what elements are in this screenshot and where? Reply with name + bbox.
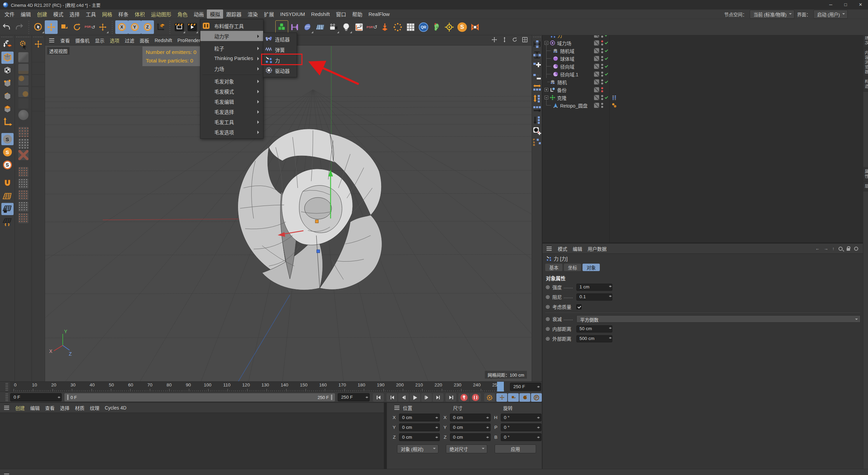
render-picture-viewer-button[interactable] xyxy=(186,20,199,34)
menu-item[interactable]: Redshift xyxy=(308,10,333,18)
spinner-arrows[interactable] xyxy=(58,395,60,400)
visibility-dots[interactable] xyxy=(601,56,603,61)
mograph-cache-tag-icon[interactable] xyxy=(611,95,617,100)
character-icon[interactable] xyxy=(430,20,443,34)
viewport-menu-item[interactable]: 查看 xyxy=(58,36,73,44)
menu-item-hair-select[interactable]: 毛发选择 xyxy=(200,107,263,117)
key-rotation-filter-button[interactable] xyxy=(519,393,530,402)
menu-icon[interactable] xyxy=(394,406,399,406)
qr-icon[interactable]: QR xyxy=(417,20,430,34)
enable-snap-button[interactable]: S xyxy=(1,133,14,145)
spinner-arrows[interactable] xyxy=(609,294,612,299)
material-menu-item[interactable]: 选择 xyxy=(57,404,72,412)
drag-handle[interactable] xyxy=(5,383,8,391)
array-grid-icon[interactable] xyxy=(404,20,417,34)
zoom-view-icon[interactable] xyxy=(501,36,508,43)
tab-attributes-vertical[interactable]: 属性 xyxy=(863,167,868,182)
size-x-input[interactable]: 0 cm xyxy=(450,414,491,421)
inner-distance-input[interactable]: 50 cm xyxy=(576,325,612,332)
tp-spread-h-icon[interactable] xyxy=(533,83,541,92)
enabled-check-icon[interactable] xyxy=(605,80,608,83)
menu-item-hair-tools[interactable]: 毛发工具 xyxy=(200,117,263,127)
am-menu-item[interactable]: 模式 xyxy=(555,245,570,253)
material-menu-item[interactable]: 编辑 xyxy=(27,404,42,412)
viewport-menu-item[interactable]: 选项 xyxy=(107,36,122,44)
camera-icon[interactable] xyxy=(327,20,340,34)
menu-item-hair-edit[interactable]: 毛发编辑 xyxy=(200,96,263,107)
menu-item-particles[interactable]: 粒子 xyxy=(200,43,263,53)
workplane-icon[interactable] xyxy=(1,190,14,202)
menu-item[interactable]: 选择 xyxy=(66,10,83,19)
workplane-mode-icon[interactable] xyxy=(1,216,14,228)
axis-mode-button[interactable] xyxy=(1,116,14,128)
tab-basic[interactable]: 基本 xyxy=(545,264,563,271)
lock-workplane-icon[interactable] xyxy=(1,203,14,215)
timeline-ruler[interactable]: 0102030405060708090100110120130140150160… xyxy=(0,381,542,392)
palette-slot-icon[interactable] xyxy=(18,98,28,109)
menu-item-hair-options[interactable]: 毛发选项 xyxy=(200,127,263,137)
tp-distribute-h-icon[interactable] xyxy=(533,51,541,59)
palette-slot-icon[interactable] xyxy=(18,178,28,189)
tp-distribute-v-icon[interactable] xyxy=(533,40,541,49)
keying-settings-button[interactable] xyxy=(484,393,495,402)
tab-object[interactable]: 对象 xyxy=(583,264,600,271)
playhead-marker[interactable] xyxy=(497,382,504,392)
rotate-view-icon[interactable] xyxy=(511,36,518,43)
magnet-icon[interactable] xyxy=(1,177,14,189)
prev-key-button[interactable] xyxy=(387,393,397,402)
submenu-item-connector[interactable]: 连结器 xyxy=(263,34,297,44)
lock-icon[interactable] xyxy=(847,248,850,251)
parent-up-icon[interactable]: ↑ xyxy=(832,246,835,251)
menu-item-thinking-particles[interactable]: Thinking Particles xyxy=(200,53,263,63)
position-mode-dropdown[interactable]: 对象 (相对) xyxy=(397,444,438,453)
close-button[interactable]: ✕ xyxy=(853,0,868,10)
layer-chip[interactable] xyxy=(594,56,599,61)
rot-b-input[interactable]: 0 ° xyxy=(501,433,541,441)
pan-view-icon[interactable] xyxy=(491,36,498,43)
spinner-arrows[interactable] xyxy=(366,395,368,400)
visibility-dots[interactable] xyxy=(601,40,603,45)
edges-mode-button[interactable] xyxy=(1,90,14,102)
prev-frame-button[interactable] xyxy=(398,393,409,402)
y-axis-lock-button[interactable]: Y xyxy=(128,20,141,34)
menu-item-force-fields[interactable]: 力场 xyxy=(200,63,263,74)
consider-mass-checkbox[interactable] xyxy=(576,304,581,309)
key-position-filter-button[interactable] xyxy=(496,393,507,402)
floor-icon[interactable] xyxy=(314,20,327,34)
rot-p-input[interactable]: 0 ° xyxy=(501,423,541,431)
panel-splitter[interactable] xyxy=(384,402,387,469)
key-scale-filter-button[interactable] xyxy=(508,393,519,402)
move-tool-button[interactable] xyxy=(45,20,58,34)
next-frame-button[interactable] xyxy=(421,393,432,402)
tp-spread-v-icon[interactable] xyxy=(533,94,541,103)
pos-z-input[interactable]: 0 cm xyxy=(399,433,440,441)
viewport-canvas[interactable]: Y X Z 透视视图 Number of emitters: 0 Total l… xyxy=(45,45,532,381)
enabled-check-icon[interactable] xyxy=(605,49,608,52)
tp-psr-icon[interactable]: PSR xyxy=(533,137,541,146)
field-ring-icon[interactable] xyxy=(391,20,404,34)
layer-chip[interactable] xyxy=(594,72,599,77)
menu-item[interactable]: 模拟 xyxy=(207,10,223,19)
menu-icon[interactable] xyxy=(49,38,54,39)
viewport-menu-item[interactable]: 摄像机 xyxy=(73,36,92,44)
play-button[interactable] xyxy=(410,393,420,402)
preview-range-slider[interactable]: 0 F 250 F xyxy=(64,393,335,401)
rot-h-input[interactable]: 0 ° xyxy=(501,414,541,421)
sketch-icon[interactable]: S xyxy=(456,20,469,34)
goto-end-button[interactable] xyxy=(446,393,456,402)
object-row[interactable]: 克隆 xyxy=(542,94,863,101)
spinner-arrows[interactable] xyxy=(609,336,612,340)
drag-handle[interactable] xyxy=(1,36,13,38)
visibility-dots[interactable] xyxy=(601,95,603,100)
orange-tag-icon[interactable] xyxy=(611,102,617,108)
psr-transfer-icon[interactable]: PSR↺ xyxy=(366,20,378,34)
palette-slot-icon[interactable] xyxy=(18,64,28,74)
palette-slot-icon[interactable] xyxy=(18,213,28,223)
menu-item[interactable]: INSYDIUM xyxy=(277,10,308,18)
menu-item[interactable]: 文件 xyxy=(1,10,18,19)
enabled-check-icon[interactable] xyxy=(605,57,608,60)
submenu-item-motor[interactable]: 驱动器 xyxy=(263,65,297,76)
undo-button[interactable] xyxy=(0,20,13,34)
object-row[interactable]: 径向域.1 xyxy=(542,70,863,78)
redo-button[interactable] xyxy=(13,20,26,34)
